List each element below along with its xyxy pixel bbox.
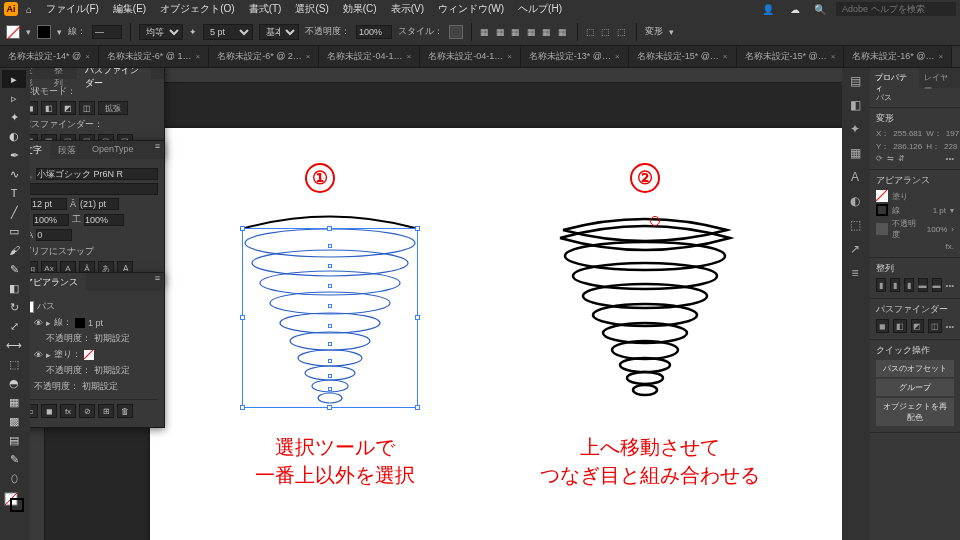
- transform-icons[interactable]: ⬚ ⬚ ⬚: [586, 27, 628, 37]
- scale-tool[interactable]: ⤢: [2, 317, 26, 335]
- flip-v-icon[interactable]: ⇵: [898, 154, 905, 163]
- exclude-icon[interactable]: ◫: [79, 101, 95, 115]
- hscale-input[interactable]: [84, 214, 124, 226]
- vscale-input[interactable]: [33, 214, 69, 226]
- fill-stroke-swatch[interactable]: [2, 488, 26, 516]
- menu-select[interactable]: 選択(S): [289, 0, 334, 18]
- panel-icon[interactable]: ≡: [844, 262, 866, 284]
- panel-icon[interactable]: ✦: [844, 118, 866, 140]
- menu-help[interactable]: ヘルプ(H): [512, 0, 568, 18]
- tab-transform[interactable]: 変形: [30, 68, 46, 79]
- tab-paragraph[interactable]: 段落: [50, 141, 84, 159]
- tab-properties[interactable]: プロパティ: [870, 68, 919, 88]
- eyedropper-tool[interactable]: ✎: [2, 450, 26, 468]
- user-icon[interactable]: 👤: [756, 2, 780, 17]
- duplicate-icon[interactable]: ⊞: [98, 404, 114, 418]
- panel-menu-icon[interactable]: ≡: [151, 141, 164, 159]
- appearance-panel[interactable]: アピアランス ≡ パス 👁▸線：1 pt 不透明度：初期設定 👁▸塗り： 不透明…: [30, 272, 165, 428]
- panel-icon[interactable]: ▦: [844, 142, 866, 164]
- stroke-swatch[interactable]: [37, 25, 51, 39]
- kerning-input[interactable]: [36, 229, 72, 241]
- fill-swatch[interactable]: [6, 25, 20, 39]
- x-value[interactable]: 255.681: [893, 129, 922, 138]
- pen-tool[interactable]: ✒: [2, 146, 26, 164]
- tab-layers[interactable]: レイヤー: [919, 68, 960, 88]
- stroke-value[interactable]: 1 pt: [88, 318, 103, 328]
- coil-shape-2[interactable]: [545, 208, 745, 428]
- panel-icon[interactable]: ◧: [844, 94, 866, 116]
- align-left-icon[interactable]: ▮: [876, 278, 886, 292]
- panel-icon[interactable]: ⬚: [844, 214, 866, 236]
- shape-builder-tool[interactable]: ◓: [2, 374, 26, 392]
- transform-label[interactable]: 変形: [645, 25, 663, 38]
- gradient-tool[interactable]: ▤: [2, 431, 26, 449]
- direct-selection-tool[interactable]: ▹: [2, 89, 26, 107]
- minus-front-icon[interactable]: ◧: [41, 101, 57, 115]
- chevron-down-icon[interactable]: ▾: [26, 27, 31, 37]
- group-button[interactable]: グループ: [876, 379, 954, 396]
- font-size-input[interactable]: [31, 198, 67, 210]
- y-value[interactable]: 286.126: [893, 142, 922, 151]
- panel-icon[interactable]: ↗: [844, 238, 866, 260]
- tab-pathfinder[interactable]: パスファインダー: [77, 68, 151, 79]
- brush-select[interactable]: 5 pt: [203, 24, 253, 40]
- tab-character[interactable]: 文字: [30, 141, 50, 159]
- close-icon[interactable]: ×: [195, 52, 200, 61]
- intersect-icon[interactable]: ◩: [60, 101, 76, 115]
- rectangle-tool[interactable]: ▭: [2, 222, 26, 240]
- stroke-color-swatch[interactable]: [75, 318, 85, 328]
- close-icon[interactable]: ×: [507, 52, 512, 61]
- width-tool[interactable]: ⟷: [2, 336, 26, 354]
- tab-align[interactable]: 整列: [46, 68, 76, 79]
- chevron-down-icon[interactable]: ▾: [57, 27, 62, 37]
- tab-appearance[interactable]: アピアランス: [30, 273, 86, 291]
- close-icon[interactable]: ×: [939, 52, 944, 61]
- clear-icon[interactable]: ⊘: [79, 404, 95, 418]
- recolor-button[interactable]: オブジェクトを再配色: [876, 398, 954, 426]
- opacity-input[interactable]: [356, 25, 392, 39]
- paintbrush-tool[interactable]: 🖌: [2, 241, 26, 259]
- fx-button[interactable]: fx.: [946, 242, 954, 251]
- eye-icon[interactable]: 👁: [34, 318, 43, 328]
- cloud-icon[interactable]: ☁: [784, 2, 798, 16]
- type-tool[interactable]: T: [2, 184, 26, 202]
- doc-tab[interactable]: 名称未設定-14* @×: [0, 46, 99, 67]
- curvature-tool[interactable]: ∿: [2, 165, 26, 183]
- canvas-area[interactable]: ① ②: [30, 68, 842, 540]
- stroke-weight-input[interactable]: [92, 25, 122, 39]
- chevron-down-icon[interactable]: ▾: [669, 27, 674, 37]
- selection-bounding-box[interactable]: [242, 228, 418, 408]
- panel-icon[interactable]: ◐: [844, 190, 866, 212]
- menu-object[interactable]: オブジェクト(O): [154, 0, 240, 18]
- flip-h-icon[interactable]: ⇋: [887, 154, 894, 163]
- eraser-tool[interactable]: ◧: [2, 279, 26, 297]
- stroke-swatch[interactable]: [876, 204, 888, 216]
- unite-icon[interactable]: ◼: [876, 319, 889, 333]
- delete-icon[interactable]: 🗑: [117, 404, 133, 418]
- panel-icon[interactable]: ▤: [844, 70, 866, 92]
- brush-def-select[interactable]: 基本: [259, 24, 299, 40]
- mesh-tool[interactable]: ▩: [2, 412, 26, 430]
- doc-tab[interactable]: 名称未設定-13* @…×: [521, 46, 629, 67]
- panel-icon[interactable]: A: [844, 166, 866, 188]
- align-top-icon[interactable]: ▬: [918, 278, 928, 292]
- selection-tool[interactable]: ▸: [2, 70, 26, 88]
- panel-menu-icon[interactable]: ≡: [151, 273, 164, 291]
- w-value[interactable]: 197: [946, 129, 959, 138]
- style-swatch[interactable]: [449, 25, 463, 39]
- close-icon[interactable]: ×: [831, 52, 836, 61]
- help-search-input[interactable]: [836, 2, 956, 16]
- close-icon[interactable]: ×: [615, 52, 620, 61]
- doc-tab[interactable]: 名称未設定-04-1…×: [420, 46, 521, 67]
- font-family-input[interactable]: [36, 168, 158, 180]
- doc-tab[interactable]: 名称未設定-6* @ 1…×: [99, 46, 209, 67]
- fill-swatch[interactable]: [876, 190, 888, 202]
- doc-tab[interactable]: 名称未設定-04-1…×: [319, 46, 420, 67]
- menu-effect[interactable]: 効果(C): [337, 0, 383, 18]
- offset-path-button[interactable]: パスのオフセット: [876, 360, 954, 377]
- menu-edit[interactable]: 編集(E): [107, 0, 152, 18]
- intersect-icon[interactable]: ◩: [911, 319, 924, 333]
- eye-icon[interactable]: 👁: [34, 350, 43, 360]
- doc-tab[interactable]: 名称未設定-15* @…×: [629, 46, 737, 67]
- add-fill-icon[interactable]: ◼: [41, 404, 57, 418]
